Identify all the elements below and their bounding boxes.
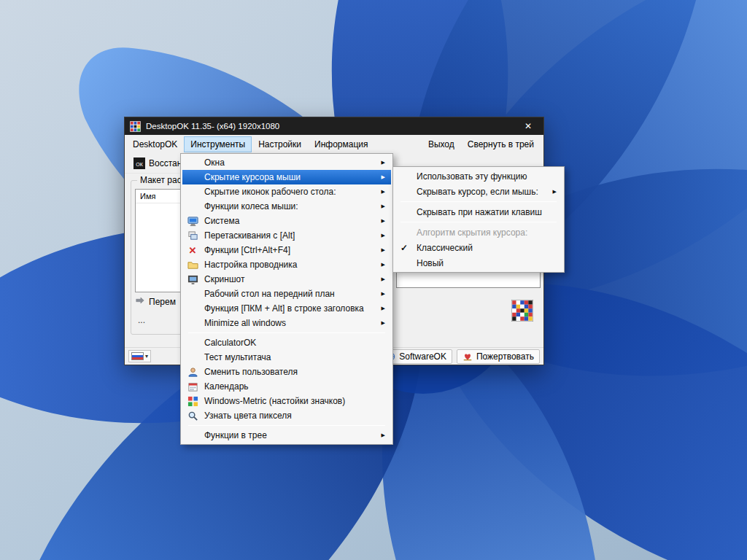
submenu-item-use-function[interactable]: Использовать эту функцию [395,168,562,184]
system-icon [187,215,198,227]
menu-item-minimize-all[interactable]: Minimize all windows ▶ [182,316,391,330]
menubar-item-minimize-to-tray[interactable]: Свернуть в трей [461,136,541,152]
menu-item-label: Функция [ПКМ + Alt] в строке заголовка [204,303,364,314]
menu-item-windows-metric[interactable]: Windows-Metric (настойки значков) [182,394,391,408]
menu-item-label: Узнать цвета пикселя [204,411,292,421]
submenu-arrow-icon: ▶ [382,174,385,180]
menubar-item-info[interactable]: Информация [308,136,374,152]
menu-item-label: Окна [204,158,225,168]
menu-item-label: Система [204,216,239,226]
hide-cursor-submenu: Использовать эту функцию Скрывать курсор… [392,166,565,273]
menu-item-label: Календарь [204,381,249,392]
layout-name-input[interactable] [396,272,541,288]
donate-button[interactable]: Пожертвовать [457,349,540,364]
menu-item-hide-cursor[interactable]: Скрытие курсора мыши ▶ [182,170,391,184]
menu-item-label: Скрывать при нажатии клавиш [417,207,542,217]
menu-item-label: Алгоритм скрытия курсора: [417,228,527,238]
restore-ok-icon: ОК [133,158,145,169]
menu-item-hide-desktop-icons[interactable]: Скрытие иконок рабочего стола: ▶ [182,184,391,199]
drag-windows-icon [187,230,198,241]
submenu-item-algorithm-label: Алгоритм скрытия курсора: [395,225,562,240]
menu-item-label: CalculatorOK [204,338,256,348]
submenu-item-hide-on-keys[interactable]: Скрывать при нажатии клавиш [395,204,562,219]
submenu-item-new[interactable]: Новый [395,255,562,271]
menu-item-drag-alt[interactable]: Перетаскивания с [Alt] ▶ [182,228,391,243]
submenu-item-hide-if-mouse[interactable]: Скрывать курсор, если мышь: ▶ [395,184,562,199]
menu-separator [188,332,385,333]
menu-item-label: Сменить пользователя [204,367,298,377]
menubar-item-desktopok[interactable]: DesktopOK [126,136,184,152]
menu-item-desktop-foreground[interactable]: Рабочий стол на передний план ▶ [182,287,391,301]
menu-item-screenshot[interactable]: Скриншот ▶ [182,272,391,287]
submenu-arrow-icon: ▶ [382,218,385,224]
menu-item-label: Перетаскивания с [Alt] [204,230,295,241]
tools-dropdown-menu: Окна ▶ Скрытие курсора мыши ▶ Скрытие ик… [180,153,393,445]
user-icon [187,366,198,378]
menu-item-label: Скрывать курсор, если мышь: [417,187,538,197]
menu-separator [400,201,557,202]
menu-item-calculatorok[interactable]: CalculatorOK [182,335,391,350]
submenu-arrow-icon: ▶ [382,276,385,282]
menu-item-calendar[interactable]: Календарь [182,379,391,394]
desktopok-logo [511,300,533,322]
explorer-icon [187,259,198,271]
submenu-arrow-icon: ▶ [553,189,557,195]
menu-item-label: Windows-Metric (настойки значков) [204,396,345,406]
red-x-icon: ✕ [187,244,198,256]
submenu-arrow-icon: ▶ [382,291,385,297]
screenshot-icon [187,273,198,285]
checkmark-icon: ✓ [400,243,408,253]
menu-item-titlebar-rmb-alt[interactable]: Функция [ПКМ + Alt] в строке заголовка ▶ [182,301,391,316]
donate-icon [462,351,473,362]
menu-separator [400,222,557,222]
menu-item-label: Скриншот [204,274,244,284]
menu-item-label: Функции [Ctrl+Alt+F4] [204,245,290,255]
menu-item-label: Функции колеса мыши: [204,201,298,211]
menu-item-label: Новый [417,258,444,268]
menu-item-label: Классический [417,243,473,253]
menu-item-multitouch-test[interactable]: Тест мультитача [182,350,391,365]
menu-item-label: Скрытие иконок рабочего стола: [204,187,336,197]
submenu-arrow-icon: ▶ [382,160,385,166]
menu-item-label: Использовать эту функцию [417,171,527,182]
menu-item-system[interactable]: Система ▶ [182,214,391,228]
desktop: DesktopOK 11.35- (x64) 1920x1080 ✕ Deskt… [0,0,747,560]
menu-item-windows[interactable]: Окна ▶ [182,155,391,170]
submenu-arrow-icon: ▶ [382,262,385,268]
menu-item-switch-user[interactable]: Сменить пользователя [182,365,391,379]
menu-item-label: Тест мультитача [204,352,271,362]
move-row[interactable]: Перем [135,295,176,308]
move-arrow-icon [135,295,145,308]
move-label: Перем [149,297,176,307]
menu-item-ctrl-alt-f4[interactable]: ✕ Функции [Ctrl+Alt+F4] ▶ [182,243,391,257]
menu-item-tray-functions[interactable]: Функции в трее ▶ [182,428,391,443]
titlebar[interactable]: DesktopOK 11.35- (x64) 1920x1080 ✕ [125,117,543,135]
menubar-item-tools[interactable]: Инструменты [184,136,252,152]
menu-item-label: Скрытие курсора мыши [204,172,301,182]
svg-text:ОК: ОК [136,161,143,166]
calendar-icon [187,381,198,392]
menu-item-label: Настройка проводника [204,260,297,270]
submenu-item-classic[interactable]: ✓ Классический [395,240,562,255]
menu-item-explorer-settings[interactable]: Настройка проводника ▶ [182,257,391,272]
submenu-arrow-icon: ▶ [382,320,385,326]
submenu-arrow-icon: ▶ [382,203,385,209]
window-title: DesktopOK 11.35- (x64) 1920x1080 [146,122,513,131]
menu-item-label: Функции в трее [204,430,267,440]
menu-item-label: Рабочий стол на передний план [204,289,335,299]
menu-item-label: Minimize all windows [204,318,286,328]
menubar-item-exit[interactable]: Выход [422,136,461,152]
close-button[interactable]: ✕ [513,117,543,135]
donate-label: Пожертвовать [476,351,534,362]
language-selector[interactable]: ▾ [128,350,151,362]
menubar-item-settings[interactable]: Настройки [252,136,308,152]
ellipsis-label: ... [138,315,145,325]
menu-item-mouse-wheel[interactable]: Функции колеса мыши: ▶ [182,199,391,214]
dropdown-arrow-icon: ▾ [145,353,148,359]
submenu-arrow-icon: ▶ [382,306,385,311]
submenu-arrow-icon: ▶ [382,189,385,195]
metric-icon [187,395,198,407]
menu-item-pixel-color[interactable]: Узнать цвета пикселя [182,408,391,423]
softwareok-label: SoftwareOK [399,351,446,362]
language-flag-icon [131,352,144,360]
